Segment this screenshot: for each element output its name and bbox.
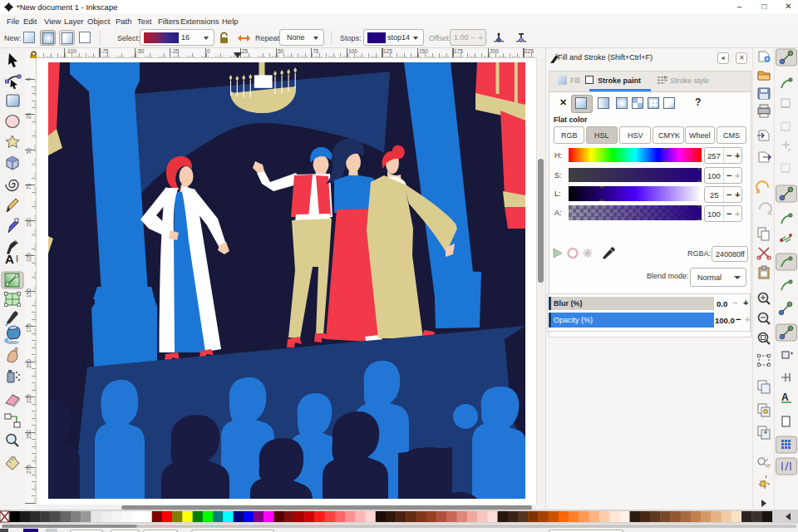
svg-text:I: I <box>16 254 18 264</box>
svg-text:A: A <box>781 392 789 403</box>
svg-text:A: A <box>5 252 14 266</box>
